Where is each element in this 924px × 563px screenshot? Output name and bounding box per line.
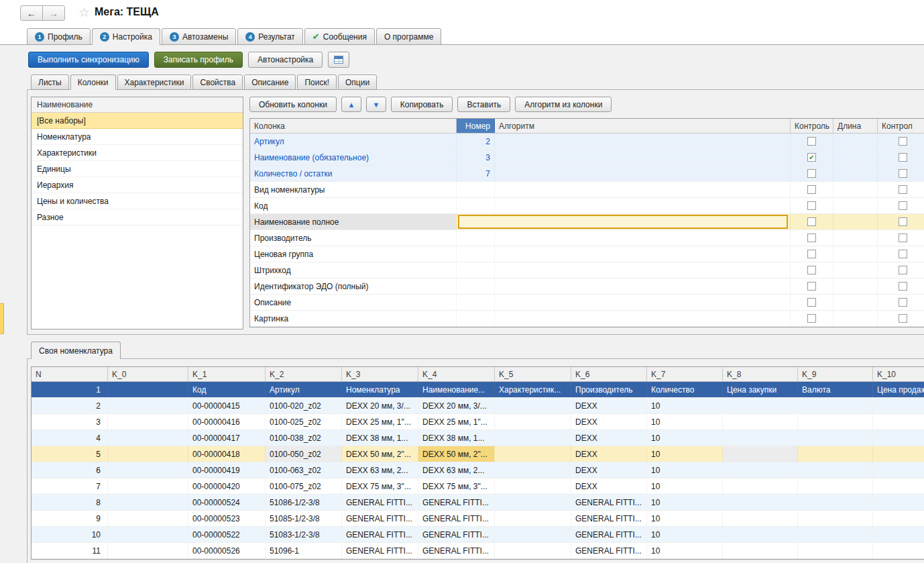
control-checkbox[interactable] bbox=[899, 250, 907, 258]
length-cell[interactable] bbox=[833, 262, 878, 278]
data-cell[interactable] bbox=[873, 414, 924, 429]
control-checkbox[interactable] bbox=[807, 217, 816, 226]
column-name-cell[interactable]: Наименование (обязательное) bbox=[250, 150, 457, 165]
control-checkbox[interactable] bbox=[899, 201, 907, 210]
refresh-columns-button[interactable]: Обновить колонки bbox=[249, 97, 337, 112]
data-cell[interactable] bbox=[108, 398, 188, 413]
data-cell[interactable] bbox=[108, 382, 188, 397]
data-cell[interactable]: 00-00000419 bbox=[188, 462, 266, 478]
main-tab-2[interactable]: 2Настройка bbox=[92, 28, 160, 45]
length-cell[interactable] bbox=[833, 182, 878, 197]
sub-tab-7[interactable]: Опции bbox=[338, 74, 377, 90]
data-cell[interactable] bbox=[108, 543, 188, 558]
column-number-cell[interactable]: 2 bbox=[457, 134, 495, 149]
control-checkbox[interactable]: ✔ bbox=[807, 153, 816, 162]
bottom-header-cell[interactable]: K_1 bbox=[188, 367, 266, 381]
data-cell[interactable]: DEXX bbox=[571, 478, 647, 494]
data-cell[interactable]: 10 bbox=[647, 430, 723, 446]
autosetup-button[interactable]: Автонастройка bbox=[248, 52, 323, 68]
data-cell[interactable]: GENERAL FITTI... bbox=[342, 511, 418, 526]
main-tab-1[interactable]: 1Профиль bbox=[27, 28, 91, 45]
control-checkbox[interactable] bbox=[899, 185, 907, 194]
data-cell[interactable]: 5 bbox=[32, 446, 108, 462]
data-cell[interactable]: 8 bbox=[32, 495, 108, 510]
data-cell[interactable] bbox=[798, 414, 873, 429]
control-checkbox[interactable] bbox=[807, 250, 816, 258]
data-cell[interactable] bbox=[798, 495, 873, 510]
data-row[interactable]: 1100-0000052651096-1GENERAL FITTI...GENE… bbox=[32, 543, 924, 559]
data-row[interactable]: 800-0000052451086-1/2-3/8GENERAL FITTI..… bbox=[32, 495, 924, 511]
header-number[interactable]: Номер bbox=[457, 119, 495, 133]
data-row[interactable]: 200-000004150100-020_z02DEXX 20 мм, 3/..… bbox=[32, 398, 924, 414]
column-algorithm-cell[interactable] bbox=[495, 262, 791, 278]
bottom-header-cell[interactable]: K_4 bbox=[418, 367, 495, 381]
main-tab-4[interactable]: 4Результат bbox=[237, 28, 303, 45]
control-checkbox[interactable] bbox=[807, 137, 816, 146]
forward-button[interactable]: → bbox=[42, 5, 65, 21]
column-name-cell[interactable]: Описание bbox=[250, 295, 457, 310]
column-row[interactable]: Картинка bbox=[250, 311, 924, 327]
data-cell[interactable]: GENERAL FITTI... bbox=[418, 543, 495, 558]
column-name-cell[interactable]: Наименование полное bbox=[250, 214, 457, 229]
data-cell[interactable]: 0100-020_z02 bbox=[266, 398, 342, 413]
data-cell[interactable] bbox=[495, 446, 571, 462]
data-cell[interactable] bbox=[873, 495, 924, 510]
data-cell[interactable] bbox=[108, 495, 188, 510]
column-row[interactable]: Вид номенклатуры bbox=[250, 182, 924, 198]
data-cell[interactable] bbox=[873, 478, 924, 494]
column-number-cell[interactable] bbox=[457, 246, 495, 262]
data-row[interactable]: 1000-0000052251083-1/2-3/8GENERAL FITTI.… bbox=[32, 527, 924, 543]
column-row[interactable]: Наименование (обязательное)3✔ bbox=[250, 150, 924, 166]
data-cell[interactable]: GENERAL FITTI... bbox=[571, 527, 647, 542]
column-name-cell[interactable]: Производитель bbox=[250, 230, 457, 246]
bottom-tab-own-nomenclature[interactable]: Своя номенклатура bbox=[31, 342, 121, 359]
column-algorithm-cell[interactable] bbox=[495, 246, 791, 262]
sub-tab-4[interactable]: Свойства bbox=[192, 74, 243, 90]
column-name-cell[interactable]: Код bbox=[250, 198, 457, 213]
data-cell[interactable] bbox=[723, 414, 798, 429]
length-cell[interactable] bbox=[833, 214, 878, 229]
data-cell[interactable] bbox=[495, 495, 571, 510]
data-cell[interactable] bbox=[873, 543, 924, 558]
data-cell[interactable]: DEXX 25 мм, 1"... bbox=[418, 414, 495, 429]
data-cell[interactable]: 1 bbox=[32, 382, 108, 397]
set-list-item[interactable]: Цены и количества bbox=[32, 193, 243, 209]
length-cell[interactable] bbox=[833, 311, 878, 326]
data-cell[interactable]: DEXX bbox=[571, 462, 647, 478]
length-cell[interactable] bbox=[833, 150, 878, 165]
header-length[interactable]: Длина bbox=[833, 119, 878, 133]
control-checkbox[interactable] bbox=[807, 314, 816, 323]
control-checkbox[interactable] bbox=[807, 282, 816, 291]
data-cell[interactable] bbox=[723, 398, 798, 413]
data-cell[interactable] bbox=[723, 430, 798, 446]
control-checkbox[interactable] bbox=[899, 137, 907, 146]
data-cell[interactable]: Количество bbox=[647, 382, 723, 397]
data-cell[interactable]: 10 bbox=[647, 511, 723, 526]
data-cell[interactable]: Наименование... bbox=[418, 382, 495, 397]
data-cell[interactable]: DEXX 38 мм, 1... bbox=[418, 430, 495, 446]
table-view-button[interactable] bbox=[328, 52, 349, 68]
data-cell[interactable]: GENERAL FITTI... bbox=[571, 511, 647, 526]
bottom-header-cell[interactable]: K_8 bbox=[723, 367, 798, 381]
algorithm-from-column-button[interactable]: Алгоритм из колонки bbox=[515, 97, 612, 112]
data-cell[interactable]: 51083-1/2-3/8 bbox=[266, 527, 342, 542]
data-cell[interactable]: 0100-075_z02 bbox=[266, 478, 342, 494]
data-cell[interactable] bbox=[108, 414, 188, 429]
column-row[interactable]: Производитель bbox=[250, 230, 924, 246]
column-row[interactable]: Артикул2 bbox=[250, 134, 924, 150]
data-cell[interactable]: 00-00000523 bbox=[188, 511, 266, 526]
data-cell[interactable]: 0100-038_z02 bbox=[266, 430, 342, 446]
column-algorithm-cell[interactable] bbox=[495, 182, 791, 197]
set-list-item[interactable]: [Все наборы] bbox=[32, 113, 243, 129]
data-cell[interactable]: DEXX bbox=[571, 414, 647, 429]
data-cell[interactable]: 51086-1/2-3/8 bbox=[266, 495, 342, 510]
column-name-cell[interactable]: Штрихкод bbox=[250, 262, 457, 278]
data-cell[interactable]: DEXX 50 мм, 2"... bbox=[418, 446, 495, 462]
column-number-cell[interactable] bbox=[457, 262, 495, 278]
data-cell[interactable]: DEXX 75 мм, 3"... bbox=[342, 478, 418, 494]
data-cell[interactable] bbox=[495, 430, 571, 446]
data-cell[interactable] bbox=[495, 478, 571, 494]
data-cell[interactable] bbox=[798, 543, 873, 558]
data-cell[interactable]: 10 bbox=[647, 495, 723, 510]
column-number-cell[interactable] bbox=[457, 295, 495, 310]
